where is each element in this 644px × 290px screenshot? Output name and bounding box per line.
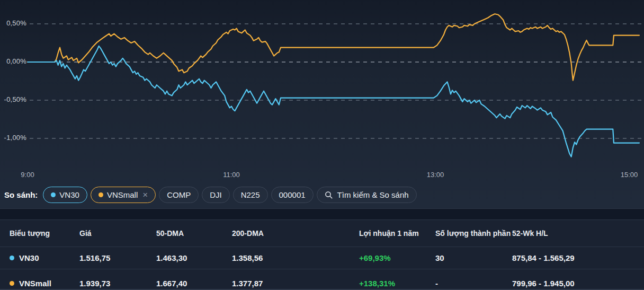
- chip-label: VNSmall: [107, 190, 138, 199]
- x-tick-label: 13:00: [427, 171, 444, 179]
- chip-000001[interactable]: 000001: [271, 187, 314, 203]
- chip-dji[interactable]: DJI: [202, 187, 230, 203]
- y-tick-label: -0,50%: [2, 95, 26, 103]
- chip-vnsmall[interactable]: VNSmall ×: [91, 187, 156, 203]
- symbol-cell: VN30: [10, 253, 79, 262]
- search-compare-button[interactable]: Tìm kiếm & So sánh: [317, 187, 417, 203]
- index-comparison-app: 0,50%0,00%-0,50%-1,00% 9:0011:0013:0015:…: [0, 0, 644, 290]
- table-row[interactable]: VNSmall 1.939,73 1.667,40 1.377,87 +138,…: [0, 269, 644, 290]
- 52wk-hl-cell: 875,84 - 1.565,29: [512, 253, 644, 262]
- y-tick-label: 0,00%: [2, 57, 26, 65]
- col-header-return-1y: Lợi nhuận 1 năm: [359, 229, 435, 238]
- chip-label: 000001: [279, 190, 306, 199]
- x-tick-label: 11:00: [223, 171, 240, 179]
- components-cell: -: [435, 279, 512, 288]
- close-icon[interactable]: ×: [142, 190, 148, 199]
- chip-label: N225: [241, 190, 260, 199]
- vn30-series-dot: [51, 192, 56, 197]
- vnsmall-series-dot: [99, 192, 103, 197]
- y-tick-label: -1,00%: [2, 134, 26, 142]
- vn30-series-dot: [10, 256, 14, 260]
- dma200-cell: 1.358,56: [232, 253, 359, 262]
- compare-label: So sánh:: [4, 190, 38, 199]
- col-header-dma50: 50-DMA: [156, 229, 232, 238]
- compare-bar: So sánh: VN30 VNSmall × COMP DJI N225 00…: [0, 181, 644, 209]
- chip-comp[interactable]: COMP: [159, 187, 199, 203]
- y-tick-label: 0,50%: [2, 19, 26, 27]
- symbol-label: VNSmall: [19, 279, 51, 288]
- chip-vn30[interactable]: VN30: [43, 187, 87, 203]
- price-cell: 1.939,73: [79, 279, 156, 288]
- col-header-dma200: 200-DMA: [232, 229, 359, 238]
- symbol-cell: VNSmall: [10, 279, 79, 288]
- table-row[interactable]: VN30 1.516,75 1.463,30 1.358,56 +69,93% …: [0, 247, 644, 269]
- search-icon: [325, 191, 333, 199]
- chart-panel: 0,50%0,00%-0,50%-1,00% 9:0011:0013:0015:…: [0, 0, 644, 209]
- price-cell: 1.516,75: [79, 253, 156, 262]
- series-line-vn30: [28, 46, 639, 157]
- x-tick-label: 15:00: [621, 171, 638, 179]
- chart-canvas[interactable]: [0, 0, 644, 165]
- dma50-cell: 1.463,30: [156, 253, 232, 262]
- chip-n225[interactable]: N225: [233, 187, 268, 203]
- chip-label: COMP: [167, 190, 191, 199]
- return-1y-cell: +138,31%: [359, 279, 435, 288]
- intraday-percent-chart[interactable]: 0,50%0,00%-0,50%-1,00% 9:0011:0013:0015:…: [0, 0, 644, 181]
- search-compare-label: Tìm kiếm & So sánh: [337, 190, 409, 199]
- x-tick-label: 9:00: [21, 171, 34, 179]
- return-1y-cell: +69,93%: [359, 253, 435, 262]
- col-header-52wk-hl: 52-Wk H/L: [512, 229, 644, 238]
- chip-label: DJI: [210, 190, 222, 199]
- col-header-price: Giá: [79, 229, 156, 238]
- symbol-label: VN30: [19, 253, 39, 262]
- col-header-symbol: Biểu tượng: [10, 229, 79, 238]
- table-header-row: Biểu tượng Giá 50-DMA 200-DMA Lợi nhuận …: [0, 220, 644, 247]
- col-header-components: Số lượng thành phần: [435, 229, 512, 238]
- comparison-table: Biểu tượng Giá 50-DMA 200-DMA Lợi nhuận …: [0, 220, 644, 290]
- dma200-cell: 1.377,87: [232, 279, 359, 288]
- section-separator: [0, 209, 644, 220]
- 52wk-hl-cell: 799,96 - 1.945,00: [512, 279, 644, 288]
- components-cell: 30: [435, 253, 512, 262]
- dma50-cell: 1.667,40: [156, 279, 232, 288]
- vnsmall-series-dot: [10, 281, 14, 286]
- chip-label: VN30: [59, 190, 79, 199]
